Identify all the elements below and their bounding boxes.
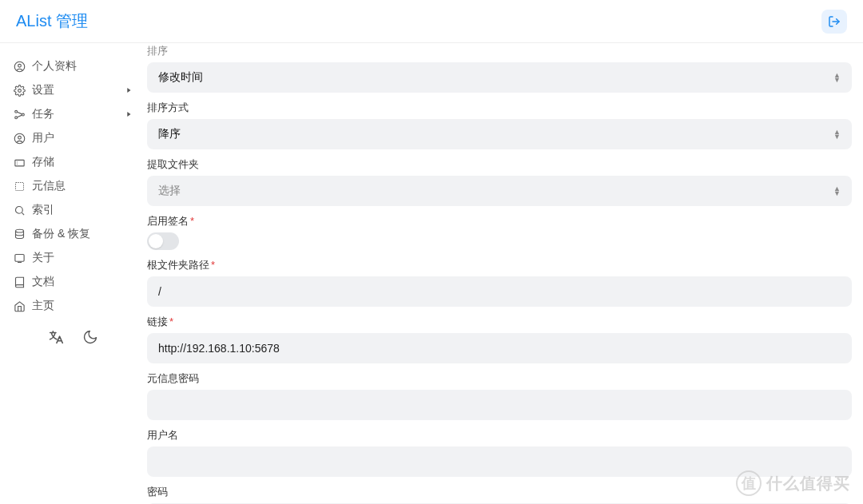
svg-point-4 xyxy=(14,110,17,113)
about-icon xyxy=(13,252,26,264)
extract-folder-value: 选择 xyxy=(158,184,181,198)
root-path-input[interactable] xyxy=(147,276,852,307)
sidebar-item-tasks[interactable]: 任务 xyxy=(5,102,141,126)
sidebar-item-about[interactable]: 关于 xyxy=(5,246,141,270)
password-label: 密码 xyxy=(147,485,852,499)
chevron-right-icon xyxy=(125,110,133,118)
sidebar-item-settings[interactable]: 设置 xyxy=(5,78,141,102)
svg-rect-9 xyxy=(14,160,23,166)
toggle-knob xyxy=(149,234,163,248)
sidebar-item-docs[interactable]: 文档 xyxy=(5,270,141,294)
select-arrows-icon: ▲▼ xyxy=(833,129,841,139)
sidebar-item-label: 索引 xyxy=(32,203,133,217)
svg-point-1 xyxy=(14,62,25,72)
sidebar-utilities xyxy=(5,329,141,345)
chevron-right-icon xyxy=(125,86,133,94)
sidebar-item-label: 关于 xyxy=(32,251,133,265)
sort-value: 修改时间 xyxy=(158,70,203,85)
svg-point-11 xyxy=(15,206,22,213)
language-icon[interactable] xyxy=(47,329,63,345)
svg-point-7 xyxy=(14,133,25,144)
enable-sign-label: 启用签名* xyxy=(147,214,852,228)
search-icon xyxy=(13,204,26,216)
link-label: 链接* xyxy=(147,315,852,329)
nodes-icon xyxy=(13,108,26,121)
sort-direction-label: 排序方式 xyxy=(147,101,852,115)
sidebar-item-label: 任务 xyxy=(32,107,125,121)
sidebar-item-backup[interactable]: 备份 & 恢复 xyxy=(5,222,141,246)
gear-icon xyxy=(13,84,26,97)
sidebar-item-storage[interactable]: 存储 xyxy=(5,150,141,174)
username-input[interactable] xyxy=(147,446,852,477)
svg-rect-10 xyxy=(15,182,23,190)
app-title[interactable]: AList 管理 xyxy=(16,10,88,32)
meta-icon xyxy=(13,180,26,192)
select-arrows-icon: ▲▼ xyxy=(833,73,841,82)
sort-direction-select[interactable]: 降序 ▲▼ xyxy=(147,119,852,149)
sidebar-item-label: 设置 xyxy=(32,83,125,97)
sort-direction-value: 降序 xyxy=(158,127,181,141)
sidebar-item-home[interactable]: 主页 xyxy=(5,294,141,318)
extract-folder-select[interactable]: 选择 ▲▼ xyxy=(147,176,852,206)
user-icon xyxy=(13,132,26,145)
enable-sign-toggle[interactable] xyxy=(147,232,179,250)
sidebar-item-label: 备份 & 恢复 xyxy=(32,227,133,241)
sidebar-item-label: 主页 xyxy=(32,299,133,313)
svg-point-8 xyxy=(18,136,21,139)
sort-label: 排序 xyxy=(147,45,852,58)
sidebar-item-label: 元信息 xyxy=(32,179,133,193)
sidebar-item-label: 文档 xyxy=(32,275,133,289)
svg-point-6 xyxy=(22,113,24,116)
svg-point-3 xyxy=(18,89,21,92)
sort-select[interactable]: 修改时间 ▲▼ xyxy=(147,62,852,93)
select-arrows-icon: ▲▼ xyxy=(833,186,841,196)
sidebar-item-profile[interactable]: 个人资料 xyxy=(5,54,141,78)
meta-password-input[interactable] xyxy=(147,390,852,420)
logout-button[interactable] xyxy=(821,10,847,34)
book-icon xyxy=(13,276,26,288)
sidebar-item-meta[interactable]: 元信息 xyxy=(5,174,141,198)
svg-point-12 xyxy=(15,229,23,232)
link-input[interactable] xyxy=(147,333,852,363)
database-icon xyxy=(13,228,26,240)
logout-icon xyxy=(828,15,841,28)
home-icon xyxy=(13,300,26,312)
header: AList 管理 xyxy=(0,0,863,43)
sidebar-item-label: 用户 xyxy=(32,131,133,145)
svg-rect-13 xyxy=(14,254,23,261)
svg-point-2 xyxy=(18,64,21,67)
sidebar-item-index[interactable]: 索引 xyxy=(5,198,141,222)
sidebar-item-label: 个人资料 xyxy=(32,59,133,73)
svg-point-5 xyxy=(14,116,17,118)
root-path-label: 根文件夹路径* xyxy=(147,258,852,272)
dark-mode-icon[interactable] xyxy=(82,329,98,345)
sidebar-item-label: 存储 xyxy=(32,155,133,169)
main-form: 排序 修改时间 ▲▼ 排序方式 降序 ▲▼ 提取文件夹 选择 ▲▼ 启用签名* … xyxy=(144,43,863,504)
extract-folder-label: 提取文件夹 xyxy=(147,157,852,172)
sidebar: 个人资料 设置 任务 xyxy=(0,43,144,504)
user-circle-icon xyxy=(13,60,26,73)
sidebar-item-users[interactable]: 用户 xyxy=(5,126,141,150)
username-label: 用户名 xyxy=(147,428,852,442)
storage-icon xyxy=(13,156,26,169)
meta-password-label: 元信息密码 xyxy=(147,371,852,386)
